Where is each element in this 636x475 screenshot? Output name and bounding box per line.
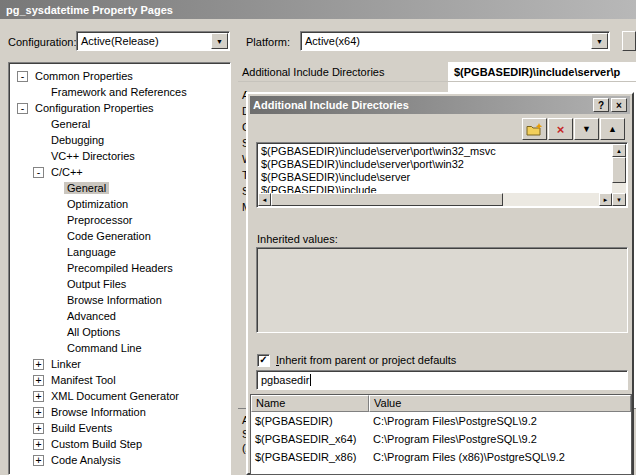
configuration-tree: - Common Properties Framework and Refere… [8, 62, 231, 475]
tree-item[interactable]: - C/C++ [9, 164, 230, 180]
tree-item[interactable]: General [9, 116, 230, 132]
platform-label: Platform: [246, 36, 290, 48]
vertical-scrollbar[interactable]: ▲ ▼ [612, 144, 626, 206]
tree-item-label: General [48, 118, 93, 130]
tree-expand-icon[interactable]: + [33, 391, 44, 402]
tree-item[interactable]: All Options [9, 324, 230, 340]
tree-item[interactable]: + XML Document Generator [9, 388, 230, 404]
directory-input-value: pgbasedir [261, 374, 309, 386]
tree-item-label: All Options [64, 326, 123, 338]
inherit-checkbox-label: Inherit from parent or project defaults [276, 354, 456, 366]
tree-expand-icon[interactable]: - [17, 103, 28, 114]
chevron-down-icon[interactable]: ▼ [211, 33, 228, 49]
inherited-values-box[interactable] [256, 247, 628, 333]
list-items: $(PGBASEDIR)\include\server\port\win32_m… [259, 145, 612, 193]
scroll-left-button[interactable]: ◄ [258, 193, 271, 206]
configuration-label: Configuration: [8, 36, 77, 48]
tree-item[interactable]: Output Files [9, 276, 230, 292]
tree-item-label: Browse Information [64, 294, 165, 306]
tree-item[interactable]: + Manifest Tool [9, 372, 230, 388]
tree-item[interactable]: Precompiled Headers [9, 260, 230, 276]
help-button[interactable]: ? [593, 98, 609, 112]
window-titlebar[interactable]: pg_sysdatetime Property Pages [0, 0, 636, 19]
tree-expand-icon[interactable]: + [33, 439, 44, 450]
close-button[interactable]: × [611, 98, 627, 112]
configuration-select[interactable]: Active(Release) ▼ [76, 31, 230, 51]
horizontal-scrollbar-thumb[interactable] [271, 193, 503, 206]
column-header-value[interactable]: Value [369, 395, 631, 412]
macros-popup: Name Value $(PGBASEDIR) C:\Program Files… [250, 394, 632, 475]
tree-item[interactable]: Preprocessor [9, 212, 230, 228]
tree-item[interactable]: - Common Properties [9, 68, 230, 84]
list-item[interactable]: $(PGBASEDIR)\include\server\port\win32 [259, 158, 612, 171]
tree-item-label: XML Document Generator [48, 390, 182, 402]
tree-expand-icon[interactable]: + [33, 423, 44, 434]
tree-expand-icon[interactable]: + [33, 359, 44, 370]
tree-item[interactable]: VC++ Directories [9, 148, 230, 164]
directory-input[interactable]: pgbasedir [256, 370, 628, 390]
tree-expand-icon[interactable]: + [33, 375, 44, 386]
vertical-scrollbar-thumb[interactable] [612, 157, 626, 183]
delete-icon: × [557, 123, 565, 136]
tree-expand-icon[interactable]: - [17, 71, 28, 82]
list-item[interactable]: $(PGBASEDIR)\include\server [259, 171, 612, 184]
tree-item[interactable]: + Code Analysis [9, 452, 230, 468]
horizontal-scrollbar[interactable]: ◄ ► [258, 193, 612, 206]
move-up-button[interactable]: ▲ [600, 118, 625, 140]
tree-item[interactable]: + Build Events [9, 420, 230, 436]
tree-item[interactable]: - Configuration Properties [9, 100, 230, 116]
tree-item-label: Build Events [48, 422, 115, 434]
tree-item-label: Advanced [64, 310, 119, 322]
chevron-down-icon[interactable]: ▼ [591, 33, 608, 49]
tree-expand-icon[interactable]: + [33, 455, 44, 466]
clipped-button[interactable] [622, 31, 636, 51]
delete-button[interactable]: × [548, 118, 573, 140]
tree-item[interactable]: Advanced [9, 308, 230, 324]
dialog-title: Additional Include Directories [253, 99, 591, 111]
platform-select[interactable]: Active(x64) ▼ [300, 31, 610, 51]
tree-item[interactable]: Language [9, 244, 230, 260]
tree-item[interactable]: + Browse Information [9, 404, 230, 420]
tree-item[interactable]: Code Generation [9, 228, 230, 244]
macro-name: $(PGBASEDIR_x86) [251, 448, 369, 466]
tree-item[interactable]: Command Line [9, 340, 230, 356]
macro-row[interactable]: $(PGBASEDIR) C:\Program Files\PostgreSQL… [251, 412, 631, 430]
tree-item[interactable]: General [9, 180, 230, 196]
inherited-values-label: Inherited values: [257, 233, 338, 245]
property-row[interactable]: Additional Include Directories $(PGBASED… [238, 62, 636, 82]
tree-item-label: Language [64, 246, 119, 258]
new-line-button[interactable] [522, 118, 547, 140]
scroll-up-button[interactable]: ▲ [612, 144, 626, 157]
macro-row[interactable]: $(PGBASEDIR_x64) C:\Program Files\Postgr… [251, 430, 631, 448]
tree-item[interactable]: Optimization [9, 196, 230, 212]
tree-item[interactable]: Debugging [9, 132, 230, 148]
macro-name: $(PGBASEDIR_x64) [251, 430, 369, 448]
column-header-name[interactable]: Name [251, 395, 369, 412]
tree-item[interactable]: + Custom Build Step [9, 436, 230, 452]
dialog-titlebar[interactable]: Additional Include Directories ? × [250, 96, 630, 114]
text-caret [310, 374, 311, 386]
tree-expand-icon[interactable]: - [33, 167, 44, 178]
list-item[interactable]: $(PGBASEDIR)\include\server\port\win32_m… [259, 145, 612, 158]
help-icon: ? [598, 100, 604, 111]
list-item[interactable]: $(PGBASEDIR)\include [259, 184, 612, 193]
tree-expand-icon[interactable]: + [33, 407, 44, 418]
tree-item[interactable]: Framework and References [9, 84, 230, 100]
inherit-checkbox[interactable]: ✓ [257, 354, 270, 367]
check-icon: ✓ [259, 355, 267, 365]
move-down-button[interactable]: ▼ [574, 118, 599, 140]
tree-item-label: General [64, 182, 109, 194]
scroll-down-button[interactable]: ▼ [612, 193, 626, 206]
macros-popup-header: Name Value [251, 395, 631, 412]
macro-row[interactable]: $(PGBASEDIR_x86) C:\Program Files (x86)\… [251, 448, 631, 466]
macros-popup-rows: $(PGBASEDIR) C:\Program Files\PostgreSQL… [251, 412, 631, 466]
inherit-checkbox-row[interactable]: ✓ Inherit from parent or project default… [257, 353, 456, 367]
tree-item-label: C/C++ [48, 166, 86, 178]
additional-include-directories-dialog: Additional Include Directories ? × × ▼ ▲… [246, 92, 634, 475]
tree-item[interactable]: Browse Information [9, 292, 230, 308]
tree-item[interactable]: + Linker [9, 356, 230, 372]
scroll-left-icon: ◄ [262, 197, 268, 203]
scroll-right-button[interactable]: ► [599, 193, 612, 206]
arrow-up-icon: ▲ [608, 125, 617, 134]
new-folder-icon [526, 123, 543, 136]
